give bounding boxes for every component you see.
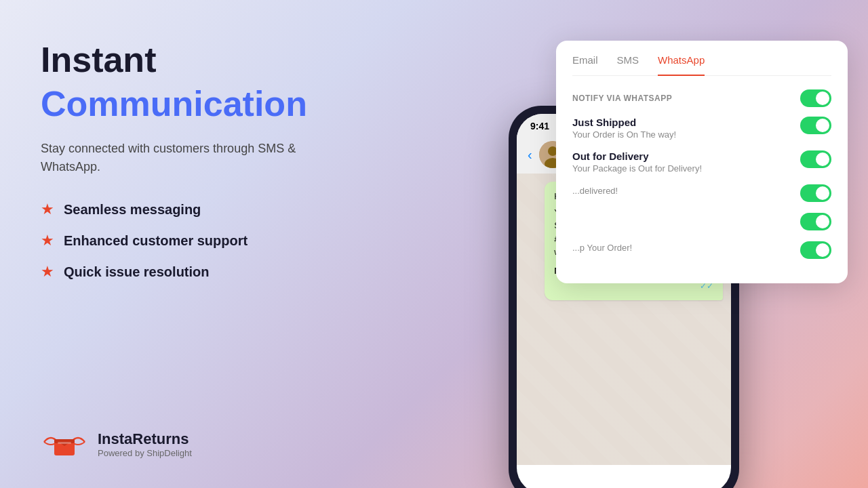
feature-text-1: Seamless messaging: [64, 202, 201, 218]
row-sub-out-delivery: Your Package is Out for Delivery!: [572, 163, 702, 174]
headline-line1: Instant: [41, 41, 339, 79]
features-list: ★ Seamless messaging ★ Enhanced customer…: [41, 201, 339, 281]
left-panel: Instant Communication Stay connected wit…: [0, 0, 380, 488]
row-title-just-shipped: Just Shipped: [572, 117, 676, 128]
row-title-out-delivery: Out for Delivery: [572, 150, 702, 162]
star-icon-3: ★: [41, 263, 54, 281]
subtitle: Stay connected with customers through SM…: [41, 140, 326, 176]
back-button[interactable]: ‹: [528, 147, 532, 163]
right-panel: Email SMS WhatsApp NOTIFY VIA WHATSAPP J…: [380, 0, 868, 488]
star-icon-2: ★: [41, 232, 54, 249]
status-time: 9:41: [530, 121, 549, 131]
card-row-6: ...p Your Order!: [572, 241, 831, 259]
feature-text-3: Quick issue resolution: [64, 264, 210, 280]
feature-text-2: Enhanced customer support: [64, 233, 248, 249]
row-sub-delivered: ...delivered!: [572, 186, 618, 196]
feature-item-2: ★ Enhanced customer support: [41, 232, 339, 249]
card-row-just-shipped: Just Shipped Your Order is On The way!: [572, 117, 831, 140]
headline-line2: Communication: [41, 85, 339, 123]
card-row-delivered: ...delivered!: [572, 184, 831, 202]
tab-sms[interactable]: SMS: [617, 54, 639, 68]
logo-powered-by: Powered by ShipDelight: [98, 448, 192, 458]
main-content: Instant Communication Stay connected wit…: [41, 41, 339, 400]
logo-name: InstaReturns: [98, 430, 192, 448]
card-tabs: Email SMS WhatsApp: [572, 54, 831, 76]
card-row-5: [572, 213, 831, 230]
page-wrapper: Instant Communication Stay connected wit…: [0, 0, 868, 488]
logo-text-group: InstaReturns Powered by ShipDelight: [98, 430, 192, 458]
card-section-label: NOTIFY VIA WHATSAPP: [572, 89, 831, 107]
toggle-delivered[interactable]: [800, 184, 831, 202]
toggle-6[interactable]: [800, 241, 831, 259]
logo-icon: [41, 427, 88, 461]
toggle-just-shipped[interactable]: [800, 117, 831, 134]
card-row-out-delivery: Out for Delivery Your Package is Out for…: [572, 150, 831, 174]
row-sub-6: ...p Your Order!: [572, 243, 632, 253]
row-sub-just-shipped: Your Order is On The way!: [572, 129, 676, 140]
svg-rect-3: [58, 442, 71, 444]
toggle-notify-whatsapp[interactable]: [800, 89, 831, 107]
feature-item-3: ★ Quick issue resolution: [41, 263, 339, 281]
toggle-5[interactable]: [800, 213, 831, 230]
tab-whatsapp[interactable]: WhatsApp: [658, 54, 705, 76]
feature-item-1: ★ Seamless messaging: [41, 201, 339, 218]
settings-card: Email SMS WhatsApp NOTIFY VIA WHATSAPP J…: [556, 41, 848, 283]
tab-email[interactable]: Email: [572, 54, 598, 68]
star-icon-1: ★: [41, 201, 54, 218]
logo-area: InstaReturns Powered by ShipDelight: [41, 427, 339, 461]
toggle-out-delivery[interactable]: [800, 150, 831, 168]
